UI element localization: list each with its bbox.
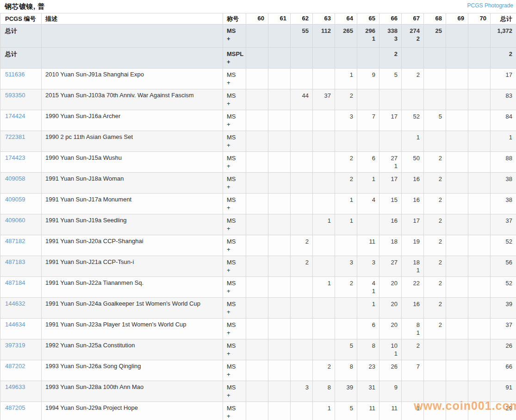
grade-cell-61 [268, 235, 291, 256]
grade-cell-67: 16 [402, 173, 424, 194]
total-cell: 38 [491, 194, 516, 214]
grade-cell-60 [246, 89, 268, 110]
grade-cell-63 [313, 48, 335, 69]
designation-line: MS [227, 279, 242, 287]
grade-cell-63: 1 [313, 402, 335, 420]
grade-cell-67: 2 [402, 339, 424, 360]
designation-cell: MS+ [223, 402, 246, 420]
grade-cell-65 [357, 48, 379, 69]
pcgs-number-cell: 487182 [0, 235, 42, 256]
grade-cell-63 [313, 69, 335, 89]
grade-cell-63: 8 [313, 381, 335, 402]
grade-cell-66: 271 [379, 152, 402, 173]
grade-cell-61 [268, 173, 291, 194]
grade-cell-69 [446, 339, 468, 360]
grade-cell-67: 19 [402, 235, 424, 256]
designation-cell: MS+ [223, 256, 246, 277]
pcgs-number-cell: 174423 [0, 152, 42, 173]
pcgs-number-link[interactable]: 487202 [5, 363, 25, 370]
grade-cell-64: 2 [335, 152, 357, 173]
table-row: 7223811990 2 pc 11th Asian Games SetMS+1… [0, 131, 516, 152]
grade-cell-68: 2 [424, 235, 446, 256]
grade-cell-62 [291, 277, 313, 298]
table-row: 4090601991 Yuan Sun-J19a SeedlingMS+1116… [0, 214, 516, 235]
grade-cell-60 [246, 110, 268, 131]
pcgs-number-link[interactable]: 593350 [5, 92, 25, 99]
description-cell: 1992 Yuan Sun-J25a Constitution [42, 339, 223, 360]
description-cell: 1990 Yuan Sun-J15a Wushu [42, 152, 223, 173]
pcgs-number-link[interactable]: 409058 [5, 175, 25, 182]
pcgs-number-link[interactable]: 487182 [5, 238, 25, 244]
summary-label: 总计 [5, 50, 17, 57]
grade-cell-68 [424, 131, 446, 152]
grade-cell-63: 2 [313, 360, 335, 381]
total-cell: 39 [491, 298, 516, 319]
pcgs-number-link[interactable]: 144634 [5, 321, 25, 328]
grade-cell-69 [446, 48, 468, 69]
pcgs-number-link[interactable]: 487205 [5, 404, 25, 411]
pcgs-number-link[interactable]: 511636 [5, 71, 25, 78]
pcgs-number-link[interactable]: 144632 [5, 300, 25, 307]
grade-cell-69 [446, 298, 468, 319]
grade-cell-62: 3 [291, 381, 313, 402]
grade-cell-61 [268, 319, 291, 339]
grade-cell-70 [468, 360, 491, 381]
grade-cell-69 [446, 235, 468, 256]
designation-line: + [227, 58, 242, 66]
grade-cell-70 [468, 214, 491, 235]
designation-line: + [227, 162, 242, 170]
pcgs-number-cell: 511636 [0, 69, 42, 89]
pcgs-number-link[interactable]: 174423 [5, 154, 25, 161]
grade-cell-67: 17 [402, 214, 424, 235]
designation-line: + [227, 350, 242, 357]
grade-cell-68 [424, 48, 446, 69]
grade-cell-67: 2 [402, 69, 424, 89]
grade-cell-65: 31 [357, 381, 379, 402]
pcgs-number-link[interactable]: 397319 [5, 342, 25, 349]
total-cell: 66 [491, 360, 516, 381]
pcgs-number-link[interactable]: 174424 [5, 113, 25, 119]
grade-cell-61 [268, 48, 291, 69]
grade-cell-60 [246, 339, 268, 360]
summary-row: 总计MSPL+22 [0, 48, 516, 69]
total-cell: 2 [491, 48, 516, 69]
pcgs-number-link[interactable]: 487184 [5, 279, 25, 286]
grade-cell-67: 81 [402, 319, 424, 339]
table-row: 5116362010 Yuan Sun-J91a Shanghai ExpoMS… [0, 69, 516, 89]
grade-cell-67: 1 [402, 131, 424, 152]
grade-cell-62 [291, 214, 313, 235]
grade-cell-65: 11 [357, 235, 379, 256]
pcgs-number-cell: 593350 [0, 89, 42, 110]
designation-cell: MS+ [223, 298, 246, 319]
description-cell: 1991 Yuan Sun-J22a Tiananmen Sq. [42, 277, 223, 298]
pcgs-photograde-link[interactable]: PCGS Photograde [467, 2, 514, 9]
grade-cell-63 [313, 298, 335, 319]
designation-line: MS [227, 383, 242, 391]
grade-cell-70 [468, 381, 491, 402]
grade-cell-60 [246, 152, 268, 173]
pcgs-number-link[interactable]: 409060 [5, 217, 25, 224]
grade-cell-67 [402, 89, 424, 110]
pcgs-number-cell: 144634 [0, 319, 42, 339]
pcgs-number-cell: 149633 [0, 381, 42, 402]
grade-cell-68: 2 [424, 298, 446, 319]
grade-cell-63 [313, 173, 335, 194]
grade-cell-66: 17 [379, 173, 402, 194]
designation-cell: MS+ [223, 277, 246, 298]
total-cell: 1,372 [491, 25, 516, 48]
summary-label: 总计 [5, 27, 17, 34]
pcgs-number-cell: 409058 [0, 173, 42, 194]
grade-cell-65: 1 [357, 173, 379, 194]
header-grade-64: 64 [335, 13, 357, 25]
grade-cell-63: 1 [313, 214, 335, 235]
grade-cell-62 [291, 298, 313, 319]
designation-cell: MS+ [223, 319, 246, 339]
pcgs-number-link[interactable]: 149633 [5, 383, 25, 390]
pcgs-number-link[interactable]: 409059 [5, 196, 25, 203]
grade-cell-65: 1 [357, 298, 379, 319]
grade-cell-70 [468, 319, 491, 339]
pcgs-number-link[interactable]: 487183 [5, 258, 25, 265]
grade-cell-62 [291, 360, 313, 381]
grade-cell-61 [268, 256, 291, 277]
pcgs-number-link[interactable]: 722381 [5, 133, 25, 140]
